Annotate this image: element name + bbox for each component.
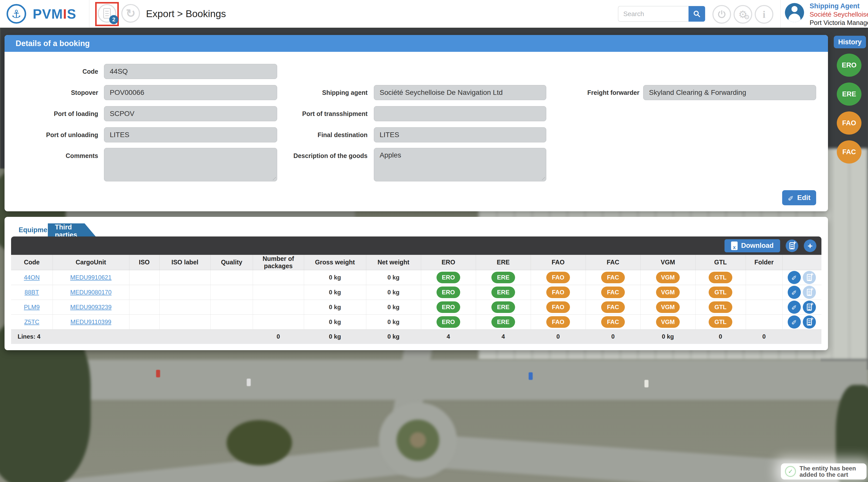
cell-net-weight: 0 kg [366, 270, 421, 285]
comments-field[interactable] [104, 148, 277, 181]
user-avatar[interactable] [785, 3, 804, 22]
vgm-badge-button[interactable]: VGM [656, 287, 680, 298]
fac-badge-button[interactable]: FAC [601, 301, 625, 313]
totals-folder: 0 [746, 329, 782, 344]
search-input[interactable] [618, 6, 688, 22]
row-cargounit-link[interactable]: MEDU9910621 [70, 274, 112, 281]
document-plus-icon [807, 274, 812, 281]
row-code-link[interactable]: Z5TC [24, 319, 39, 325]
search-bar [618, 6, 705, 22]
ero-badge-button[interactable]: ERO [436, 272, 460, 283]
row-edit-button[interactable]: ✎ [788, 286, 801, 299]
port-of-loading-field[interactable] [104, 106, 277, 121]
table-row: 88BT MEDU9080170 0 kg 0 kg ERO ERE FAO F… [11, 285, 822, 300]
refresh-button[interactable]: ↻ [121, 4, 140, 23]
vgm-badge-button[interactable]: VGM [656, 316, 680, 328]
final-destination-field[interactable] [374, 127, 546, 142]
info-button[interactable]: i [755, 5, 773, 24]
add-all-to-cart-button[interactable] [786, 239, 798, 252]
row-code-link[interactable]: 44ON [24, 274, 40, 281]
side-badge-ero[interactable]: ERO [837, 54, 862, 77]
download-button[interactable]: x Download [724, 239, 780, 252]
ero-badge-button[interactable]: ERO [436, 316, 460, 328]
pencil-icon: ✎ [788, 194, 794, 202]
user-company: Société Seychelloise De [810, 10, 868, 19]
search-icon [693, 10, 701, 18]
edit-button-label: Edit [797, 194, 811, 202]
gtl-badge-button[interactable]: GTL [709, 301, 732, 313]
totals-net-weight: 0 kg [366, 329, 421, 344]
toast-message: The entity has been added to the cart [800, 465, 863, 478]
fac-badge-button[interactable]: FAC [601, 272, 625, 283]
row-cargounit-link[interactable]: MEDU9093239 [70, 303, 112, 311]
cell-net-weight: 0 kg [366, 315, 421, 329]
freight-forwarder-field[interactable] [643, 85, 816, 100]
fac-badge-button[interactable]: FAC [601, 287, 625, 298]
row-cargounit-link[interactable]: MEDU9110399 [70, 319, 111, 325]
vgm-badge-button[interactable]: VGM [656, 301, 680, 313]
ere-badge-button[interactable]: ERE [491, 272, 515, 283]
edit-button[interactable]: ✎ Edit [782, 190, 816, 205]
description-of-goods-label: Description of the goods [281, 148, 368, 160]
col-iso: ISO [129, 255, 159, 270]
brand-logo: ⚓ [6, 4, 26, 24]
gtl-badge-button[interactable]: GTL [709, 287, 732, 298]
brand-prefix: PVM [33, 6, 63, 21]
fao-badge-button[interactable]: FAO [546, 272, 570, 283]
side-badge-ere[interactable]: ERE [837, 83, 862, 106]
shipping-agent-field[interactable] [374, 85, 546, 100]
ero-badge-button[interactable]: ERO [436, 287, 460, 298]
brand-name: PVMIS [33, 0, 76, 28]
row-edit-button[interactable]: ✎ [788, 271, 801, 284]
totals-vgm: 0 kg [641, 329, 695, 344]
top-bar: ⚓ PVMIS 2 ↻ Export > Bookings [0, 0, 868, 28]
ere-badge-button[interactable]: ERE [491, 301, 515, 313]
cell-iso-label [159, 315, 211, 329]
row-code-link[interactable]: 88BT [25, 289, 39, 296]
tab-third-parties[interactable]: Third parties [48, 223, 96, 236]
col-code: Code [11, 255, 53, 270]
cell-quality [211, 300, 253, 315]
toast-notification: ✓ The entity has been added to the cart [781, 463, 867, 480]
gtl-badge-button[interactable]: GTL [709, 272, 732, 283]
fac-badge-button[interactable]: FAC [601, 316, 625, 328]
photo-roundabout-center [410, 432, 426, 448]
cell-iso [129, 285, 159, 300]
vgm-badge-button[interactable]: VGM [656, 272, 680, 283]
port-of-unloading-field[interactable] [104, 127, 277, 142]
logout-button[interactable] [712, 5, 731, 24]
side-badge-fac[interactable]: FAC [837, 140, 862, 163]
gtl-badge-button[interactable]: GTL [709, 316, 732, 328]
header-divider [89, 0, 89, 28]
row-add-to-cart-button[interactable] [803, 301, 816, 314]
settings-button[interactable]: ⚙⚙ [734, 5, 752, 24]
side-badge-fao[interactable]: FAO [837, 111, 862, 135]
ero-badge-button[interactable]: ERO [436, 301, 460, 313]
row-edit-button[interactable]: ✎ [788, 316, 801, 328]
ere-badge-button[interactable]: ERE [491, 316, 515, 328]
description-of-goods-field[interactable]: Apples [374, 148, 546, 181]
anchor-icon: ⚓ [11, 7, 21, 20]
row-edit-button[interactable]: ✎ [788, 301, 801, 314]
history-button[interactable]: History [834, 36, 866, 48]
power-icon [717, 9, 726, 19]
add-row-button[interactable]: + [804, 239, 816, 252]
search-button[interactable] [688, 6, 705, 22]
row-cargounit-link[interactable]: MEDU9080170 [70, 289, 112, 296]
row-add-to-cart-button[interactable] [803, 316, 816, 328]
cell-quality [211, 315, 253, 329]
stopover-field[interactable] [104, 85, 277, 100]
fao-badge-button[interactable]: FAO [546, 316, 570, 328]
booking-details-panel: Details of a booking Code Stopover Port … [4, 35, 828, 211]
fao-badge-button[interactable]: FAO [546, 287, 570, 298]
port-of-transshipment-field[interactable] [374, 106, 546, 121]
refresh-icon: ↻ [126, 6, 136, 20]
code-field[interactable] [104, 64, 277, 79]
col-net-weight: Net weight [366, 255, 421, 270]
table-row: Z5TC MEDU9110399 0 kg 0 kg ERO ERE FAO F… [11, 315, 822, 329]
photo-car [645, 380, 649, 387]
ere-badge-button[interactable]: ERE [491, 287, 515, 298]
fao-badge-button[interactable]: FAO [546, 301, 570, 313]
code-label: Code [13, 64, 98, 79]
row-code-link[interactable]: PLM9 [24, 303, 40, 311]
